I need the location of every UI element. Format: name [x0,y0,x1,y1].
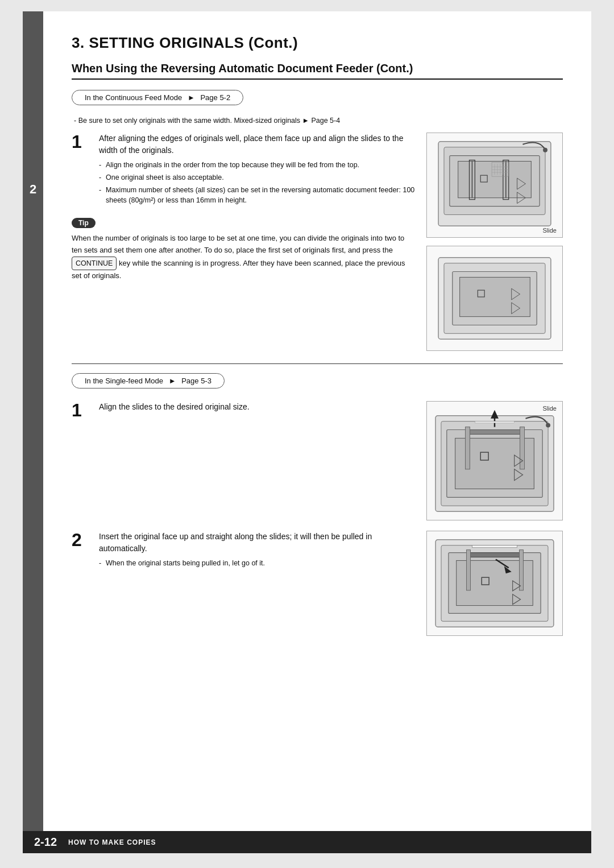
tip-label: Tip [72,218,96,228]
diagram1: Slide [426,133,563,238]
arrow-icon: ► [188,93,195,102]
step1-bullets: Align the originals in the order from th… [99,160,415,206]
svg-rect-23 [460,277,530,316]
page: 2 3. SETTING ORIGINALS (Cont.) When Usin… [23,11,591,853]
step2-bullets: When the original starts being pulled in… [99,558,415,569]
step1b-block: 1 Align the slides to the desired origin… [72,401,415,419]
step1-left: 1 After aligning the edges of originals … [72,133,415,290]
svg-rect-46 [467,550,471,590]
tip-text: When the number of originals is too larg… [72,233,415,282]
footer-bar: 2-12 HOW TO MAKE COPIES [23,831,591,853]
svg-marker-38 [491,410,499,419]
bullet-item: Maximum number of sheets (all sizes) can… [99,185,415,206]
main-title: 3. SETTING ORIGINALS (Cont.) [72,34,563,52]
svg-point-19 [543,148,547,152]
diagram3: Slide [426,401,563,520]
step1-diagrams: Slide [426,133,563,351]
footer-page-number: 2-12 [34,836,57,849]
diagram1-label: Slide [543,227,557,234]
step2-block: 2 Insert the original face up and straig… [72,531,415,571]
continuous-mode-box: In the Continuous Feed Mode ► Page 5-2 [72,90,243,105]
step1b-number: 1 [72,401,92,419]
footer-text: HOW TO MAKE COPIES [68,838,156,846]
svg-rect-53 [472,545,517,548]
step1-text: After aligning the edges of originals we… [99,133,415,208]
section-title: When Using the Reversing Automatic Docum… [72,62,563,80]
svg-rect-45 [468,553,522,557]
single-mode-row: In the Single-feed Mode ► Page 5-3 [72,373,563,394]
diagram4 [426,531,563,636]
step1b-diagram: Slide [426,401,563,520]
content-area: 3. SETTING ORIGINALS (Cont.) When Using … [72,34,563,636]
tip-block: Tip When the number of originals is too … [72,218,415,282]
note-line: - Be sure to set only originals with the… [74,117,563,125]
step2-diagram [426,531,563,636]
step1-number: 1 [72,133,92,151]
side-number: 2 [23,11,43,853]
step1b-section: 1 Align the slides to the desired origin… [72,401,563,520]
section-divider [72,363,563,364]
svg-rect-31 [466,430,522,435]
step1b-left: 1 Align the slides to the desired origin… [72,401,415,429]
step2-number: 2 [72,531,92,549]
diagram2 [426,246,563,351]
arrow-icon-single: ► [169,377,176,385]
single-mode-box: In the Single-feed Mode ► Page 5-3 [72,373,225,388]
svg-rect-47 [520,550,524,590]
arrow-icon-note: ► [302,117,312,125]
svg-rect-33 [520,427,525,469]
bullet-item: Align the originals in the order from th… [99,160,415,171]
svg-rect-32 [465,427,470,469]
svg-point-39 [546,423,550,428]
step2-text: Insert the original face up and straight… [99,531,415,571]
step2-left: 2 Insert the original face up and straig… [72,531,415,581]
continue-key: CONTINUE [72,257,117,270]
step1b-text: Align the slides to the desired original… [99,401,415,416]
step1-section: 1 After aligning the edges of originals … [72,133,563,351]
svg-rect-40 [475,421,514,423]
step1-block: 1 After aligning the edges of originals … [72,133,415,208]
continuous-mode-row: In the Continuous Feed Mode ► Page 5-2 [72,90,563,111]
bullet-item: When the original starts being pulled in… [99,558,415,569]
step2-section: 2 Insert the original face up and straig… [72,531,563,636]
diagram3-label: Slide [543,405,557,412]
bullet-item: One original sheet is also acceptable. [99,172,415,183]
